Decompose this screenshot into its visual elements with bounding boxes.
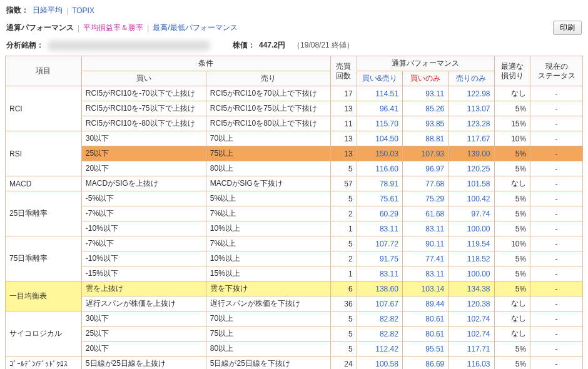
- losscut: なし: [494, 176, 530, 191]
- th-item: 項目: [6, 56, 82, 86]
- table-row[interactable]: ｺﾞｰﾙﾃﾞﾝ/ﾃﾞｯﾄﾞｸﾛｽ5日線が25日線を上抜け5日線が25日線を下抜け…: [6, 356, 583, 370]
- trade-count: 5: [330, 326, 357, 341]
- perf-both: 114.51: [357, 86, 402, 101]
- perf-buy: 86.69: [402, 356, 448, 370]
- cond-sell: 雲を下抜け: [206, 281, 330, 296]
- table-row[interactable]: -10%以下10%以上291.7577.41118.525%-: [6, 251, 583, 266]
- cond-sell: RCI5がRCI10を75以上で下抜け: [206, 101, 330, 116]
- cond-sell: 10%以上: [206, 251, 330, 266]
- performance-table: 項目 条件 売買回数 通算パフォーマンス 最適な損切り 現在のステータス 買い …: [5, 56, 583, 369]
- tab-avg-winrate[interactable]: 平均損益率＆勝率: [83, 23, 143, 33]
- cond-buy: 25以下: [81, 146, 206, 161]
- status: -: [530, 206, 583, 221]
- table-row[interactable]: 25日乖離率-5%以下5%以上575.6175.29100.425%-: [6, 191, 583, 206]
- cond-buy: -15%以下: [81, 266, 206, 281]
- table-row[interactable]: -15%以下15%以上183.1183.11100.005%-: [6, 266, 583, 281]
- table-row[interactable]: 一目均衡表雲を上抜け雲を下抜け6138.60103.14134.385%-: [6, 281, 583, 296]
- status: -: [530, 146, 583, 161]
- table-row[interactable]: 25以下75以上13150.03107.93139.005%-: [6, 146, 583, 161]
- cond-buy: -10%以下: [81, 251, 206, 266]
- table-row[interactable]: 遅行スパンが株価を上抜け遅行スパンが株価を下抜け36107.6789.44120…: [6, 296, 583, 311]
- table-row[interactable]: RCI5がRCI10を-80以下で上抜けRCI5がRCI10を80以上で下抜け1…: [6, 116, 583, 131]
- status: -: [530, 311, 583, 326]
- th-losscut: 最適な損切り: [494, 56, 530, 86]
- th-status: 現在のステータス: [530, 56, 583, 86]
- trade-count: 2: [330, 206, 357, 221]
- cond-buy: -10%以下: [81, 221, 206, 236]
- losscut: 10%: [494, 131, 530, 146]
- price-date: （19/08/21 終値）: [293, 40, 354, 51]
- table-row[interactable]: RCIRCI5がRCI10を-70以下で上抜けRCI5がRCI10を70以上で下…: [6, 86, 583, 101]
- table-row[interactable]: 20以下80以上5116.6096.97120.255%-: [6, 161, 583, 176]
- category-cell: 一目均衡表: [6, 281, 82, 311]
- perf-sell: 116.03: [449, 356, 494, 370]
- table-row[interactable]: 75日乖離率-7%以下7%以上5107.7290.11119.5410%-: [6, 236, 583, 251]
- perf-buy: 83.11: [402, 266, 448, 281]
- perf-buy: 75.29: [402, 191, 448, 206]
- perf-both: 75.61: [357, 191, 402, 206]
- perf-both: 82.82: [357, 311, 402, 326]
- table-row[interactable]: サイコロジカル30以下70以上582.8280.61102.74なし-: [6, 311, 583, 326]
- table-row[interactable]: 25以下75以上582.8280.61102.74なし-: [6, 326, 583, 341]
- perf-buy: 90.11: [402, 236, 448, 251]
- cond-buy: MACDがSIGを上抜け: [81, 176, 206, 191]
- perf-sell: 97.74: [449, 206, 494, 221]
- status: -: [530, 86, 583, 101]
- perf-sell: 102.74: [449, 326, 494, 341]
- perf-both: 78.91: [357, 176, 402, 191]
- topix-link[interactable]: TOPIX: [72, 6, 94, 15]
- perf-both: 60.29: [357, 206, 402, 221]
- losscut: 5%: [494, 356, 530, 370]
- cond-buy: RCI5がRCI10を-75以下で上抜け: [81, 101, 206, 116]
- index-bar: 指数： 日経平均 | TOPIX: [5, 3, 583, 18]
- perf-buy: 93.85: [402, 116, 448, 131]
- perf-sell: 118.52: [449, 251, 494, 266]
- losscut: なし: [494, 326, 530, 341]
- trade-count: 17: [330, 86, 357, 101]
- th-trades: 売買回数: [330, 56, 357, 86]
- losscut: なし: [494, 311, 530, 326]
- table-row[interactable]: RCI5がRCI10を-75以下で上抜けRCI5がRCI10を75以上で下抜け1…: [6, 101, 583, 116]
- trade-count: 24: [330, 356, 357, 370]
- losscut: 5%: [494, 146, 530, 161]
- table-row[interactable]: MACDMACDがSIGを上抜けMACDがSIGを下抜け5778.9177.68…: [6, 176, 583, 191]
- status: -: [530, 296, 583, 311]
- table-row[interactable]: -10%以下10%以上183.1183.11100.005%-: [6, 221, 583, 236]
- losscut: 5%: [494, 341, 530, 356]
- cond-sell: 5日線が25日線を下抜け: [206, 356, 330, 370]
- table-row[interactable]: RSI30以下70以上13104.5088.81117.6710%-: [6, 131, 583, 146]
- perf-buy: 107.93: [402, 146, 448, 161]
- print-button[interactable]: 印刷: [553, 21, 582, 35]
- perf-both: 91.75: [357, 251, 402, 266]
- status: -: [530, 191, 583, 206]
- perf-buy: 80.61: [402, 326, 448, 341]
- perf-sell: 119.54: [449, 236, 494, 251]
- cond-buy: 雲を上抜け: [81, 281, 206, 296]
- perf-buy: 61.68: [402, 206, 448, 221]
- cond-sell: 5%以上: [206, 191, 330, 206]
- price-value: 447.2円: [259, 40, 285, 51]
- status: -: [530, 341, 583, 356]
- losscut: 5%: [494, 251, 530, 266]
- tab-high-low[interactable]: 最高/最低パフォーマンス: [153, 23, 237, 33]
- losscut: なし: [494, 86, 530, 101]
- cond-buy: 30以下: [81, 311, 206, 326]
- table-row[interactable]: -7%以下7%以上260.2961.6897.745%-: [6, 206, 583, 221]
- cond-sell: 遅行スパンが株価を下抜け: [206, 296, 330, 311]
- perf-sell: 102.74: [449, 311, 494, 326]
- perf-sell: 120.25: [449, 161, 494, 176]
- separator: |: [78, 24, 79, 33]
- cond-sell: 15%以上: [206, 266, 330, 281]
- nikkei-link[interactable]: 日経平均: [33, 5, 63, 16]
- status: -: [530, 161, 583, 176]
- table-row[interactable]: 20以下80以上5112.4295.51117.715%-: [6, 341, 583, 356]
- perf-sell: 139.00: [449, 146, 494, 161]
- perf-both: 104.50: [357, 131, 402, 146]
- trade-count: 11: [330, 116, 357, 131]
- th-perf: 通算パフォーマンス: [357, 56, 494, 71]
- perf-buy: 77.68: [402, 176, 448, 191]
- status: -: [530, 176, 583, 191]
- table-body: RCIRCI5がRCI10を-70以下で上抜けRCI5がRCI10を70以上で下…: [6, 86, 583, 370]
- separator: |: [147, 24, 149, 33]
- tab-total-performance[interactable]: 通算パフォーマンス: [6, 23, 74, 33]
